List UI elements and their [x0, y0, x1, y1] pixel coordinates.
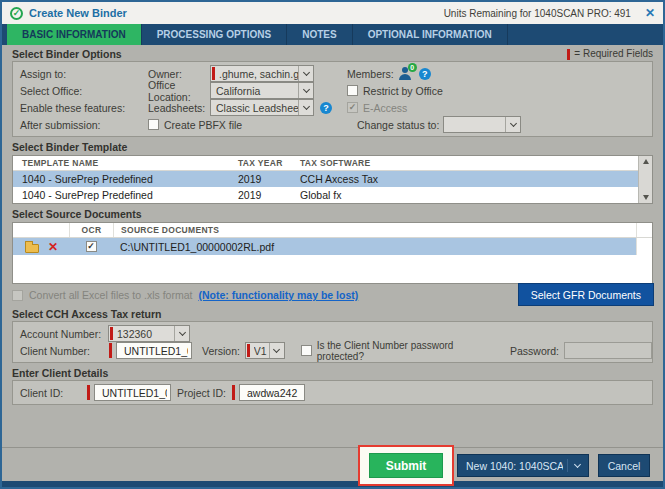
owner-select[interactable]: .ghume, sachin.ghume [210, 65, 314, 82]
tab-optional-information[interactable]: OPTIONAL INFORMATION [353, 24, 508, 45]
binder-options-box: Assign to: Owner: .ghume, sachin.ghume M… [12, 61, 653, 137]
cancel-button[interactable]: Cancel [598, 454, 650, 477]
office-location-select[interactable]: California [210, 82, 314, 99]
version-label: Version: [202, 345, 245, 357]
select-office-label: Select Office: [20, 85, 148, 97]
chevron-down-icon [174, 326, 189, 341]
tab-processing-options[interactable]: PROCESSING OPTIONS [142, 24, 287, 45]
submit-button[interactable]: Submit [369, 453, 443, 478]
scroll-up-icon[interactable] [643, 159, 649, 164]
binder-check-icon: ✓ [10, 7, 23, 20]
client-id-field-wrap [86, 384, 171, 401]
password-label: Password: [510, 345, 559, 357]
open-folder-icon[interactable] [25, 244, 39, 253]
members-icon[interactable]: 0 [399, 67, 414, 80]
chevron-down-icon [298, 83, 313, 98]
chevron-down-icon [298, 100, 313, 115]
submit-highlight-box: Submit [358, 445, 454, 486]
divider [567, 459, 568, 472]
client-number-label: Client Number: [20, 345, 108, 357]
footer-divider [2, 447, 663, 448]
section-cch-return: Select CCH Axcess Tax return [12, 308, 653, 320]
project-id-input[interactable] [239, 384, 305, 401]
template-row-selected[interactable]: 1040 - SurePrep Predefined 2019 CCH Axce… [13, 171, 652, 187]
template-row[interactable]: 1040 - SurePrep Predefined 2019 Global f… [13, 187, 652, 203]
section-binder-template: Select Binder Template [12, 141, 653, 153]
required-marker-icon [567, 49, 570, 60]
scroll-down-icon[interactable] [643, 195, 649, 200]
after-submission-label: After submission: [20, 119, 148, 131]
create-pbfx-checkbox[interactable] [148, 119, 159, 130]
workflow-select[interactable]: New 1040: 1040SCAN PRO [457, 454, 589, 477]
password-field-wrap [564, 342, 652, 359]
column-ocr: OCR [69, 223, 113, 237]
close-icon[interactable]: ✕ [645, 6, 655, 20]
leadsheets-select[interactable]: Classic Leadsheets [210, 99, 314, 116]
tab-bar: BASIC INFORMATION PROCESSING OPTIONS NOT… [2, 24, 663, 45]
eaccess-label: E-Access [363, 102, 407, 114]
enable-features-label: Enable these features: [20, 102, 148, 114]
tab-basic-information[interactable]: BASIC INFORMATION [7, 24, 142, 45]
restrict-by-office-label: Restrict by Office [363, 85, 443, 97]
chevron-down-icon [574, 460, 581, 467]
create-new-binder-dialog: ✓ Create New Binder Units Remaining for … [0, 0, 665, 489]
members-label: Members: [347, 68, 394, 80]
client-id-input[interactable] [94, 384, 171, 401]
convert-excel-label: Convert all Excel files to .xls format [29, 289, 192, 301]
template-table-header: TEMPLATE NAME TAX YEAR TAX SOFTWARE [13, 156, 652, 171]
project-id-field-wrap [231, 384, 305, 401]
column-template-name: TEMPLATE NAME [13, 158, 238, 168]
password-protected-checkbox[interactable] [301, 345, 312, 356]
required-legend-label: = Required Fields [574, 48, 653, 60]
account-number-select[interactable]: 132360 [108, 325, 190, 342]
binder-template-table: TEMPLATE NAME TAX YEAR TAX SOFTWARE 1040… [12, 155, 653, 204]
members-count-badge: 0 [408, 63, 417, 72]
eaccess-checkbox [347, 102, 358, 113]
delete-document-icon[interactable]: ✕ [48, 241, 58, 253]
password-protected-label: Is the Client Number password protected? [317, 340, 498, 362]
source-document-row[interactable]: ✕ C:\UNTITLED1_00000002RL.pdf [13, 238, 652, 255]
change-status-select[interactable] [443, 116, 521, 133]
chevron-down-icon [505, 117, 520, 132]
column-source-documents: SOURCE DOCUMENTS [113, 223, 636, 237]
convert-excel-checkbox [12, 290, 23, 301]
source-table-header: OCR SOURCE DOCUMENTS [13, 223, 652, 238]
source-documents-table: OCR SOURCE DOCUMENTS ✕ C:\UNTITLED1_0000… [12, 222, 653, 284]
project-id-label: Project ID: [177, 387, 226, 399]
functionality-note-link[interactable]: (Note: functionality may be lost) [198, 289, 358, 301]
dialog-bottom-border [2, 481, 663, 487]
account-number-label: Account Number: [20, 328, 108, 340]
client-id-label: Client ID: [20, 387, 86, 399]
section-client-details: Enter Client Details [12, 367, 653, 379]
restrict-by-office-checkbox[interactable] [347, 85, 358, 96]
title-bar: ✓ Create New Binder Units Remaining for … [2, 2, 663, 24]
dialog-body: Select Binder Options = Required Fields … [2, 45, 663, 481]
password-input [564, 342, 652, 359]
members-help-icon[interactable]: ? [419, 68, 431, 80]
required-fields-legend: = Required Fields [567, 48, 653, 60]
select-gfr-documents-button[interactable]: Select GFR Documents [518, 283, 654, 306]
tab-notes[interactable]: NOTES [287, 24, 352, 45]
convert-excel-row: Convert all Excel files to .xls format (… [12, 286, 653, 304]
leadsheets-help-icon[interactable]: ? [320, 102, 332, 114]
assign-to-label: Assign to: [20, 68, 148, 80]
units-remaining: Units Remaining for 1040SCAN PRO: 491 [444, 8, 631, 19]
column-tax-year: TAX YEAR [238, 158, 300, 168]
column-tax-software: TAX SOFTWARE [300, 158, 637, 168]
change-status-label: Change status to: [357, 119, 439, 131]
section-binder-options-title: Select Binder Options [12, 48, 122, 60]
create-pbfx-label: Create PBFX file [164, 119, 242, 131]
window-title: Create New Binder [29, 7, 127, 19]
client-number-input[interactable] [116, 342, 192, 359]
cch-return-box: Account Number: 132360 Client Number: Ve… [12, 321, 653, 363]
chevron-down-icon [269, 343, 284, 358]
chevron-down-icon [298, 66, 313, 81]
source-document-path: C:\UNTITLED1_00000002RL.pdf [113, 238, 636, 255]
client-details-box: Client ID: Project ID: [12, 380, 653, 405]
section-binder-options: Select Binder Options = Required Fields [12, 48, 653, 60]
ocr-checkbox[interactable] [86, 241, 97, 252]
section-source-documents: Select Source Documents [12, 208, 653, 220]
client-number-field-wrap [108, 342, 192, 359]
version-select[interactable]: V1 [245, 342, 285, 359]
template-table-scrollbar[interactable] [638, 156, 652, 203]
